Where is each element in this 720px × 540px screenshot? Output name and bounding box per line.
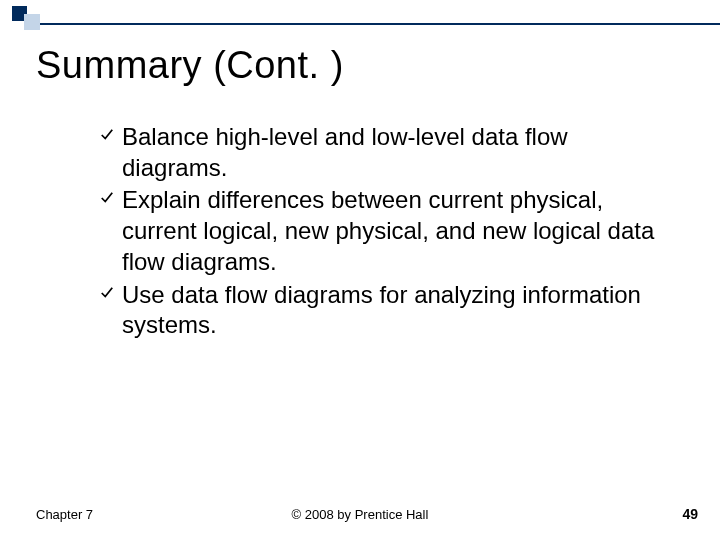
corner-decoration (12, 6, 46, 22)
slide-footer: Chapter 7 © 2008 by Prentice Hall 49 (0, 502, 720, 522)
bullet-item: Balance high-level and low-level data fl… (100, 122, 670, 183)
header-rule (40, 23, 720, 25)
copyright-text: © 2008 by Prentice Hall (0, 507, 720, 522)
bullet-text: Balance high-level and low-level data fl… (122, 123, 568, 181)
bullet-text: Use data flow diagrams for analyzing inf… (122, 281, 641, 339)
bullet-item: Use data flow diagrams for analyzing inf… (100, 280, 670, 341)
square-light (24, 14, 40, 30)
check-icon (100, 286, 114, 300)
check-icon (100, 128, 114, 142)
check-icon (100, 191, 114, 205)
slide-title: Summary (Cont. ) (36, 44, 344, 87)
bullet-item: Explain differences between current phys… (100, 185, 670, 277)
page-number: 49 (682, 506, 698, 522)
slide-body: Balance high-level and low-level data fl… (100, 122, 670, 343)
bullet-text: Explain differences between current phys… (122, 186, 654, 274)
